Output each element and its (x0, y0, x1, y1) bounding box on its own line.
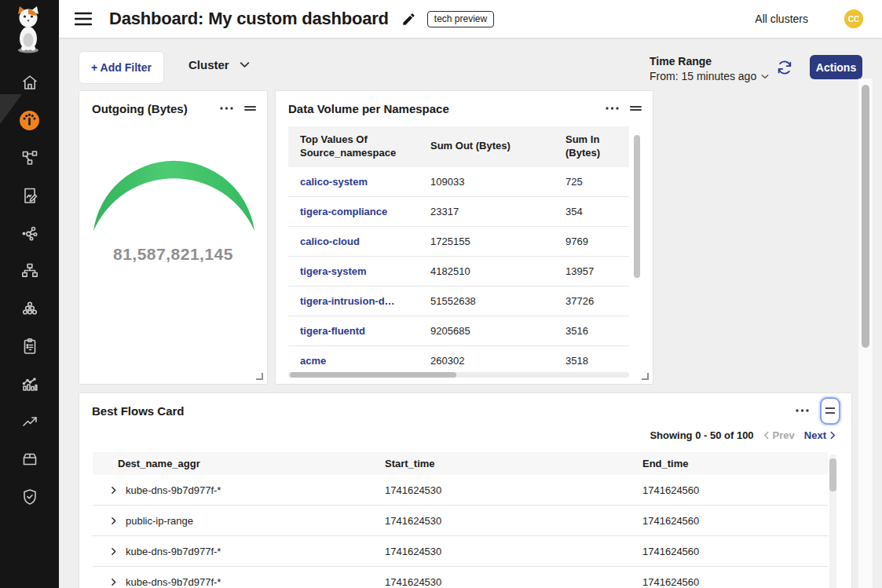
sidebar-item-clusters-icon[interactable] (19, 298, 40, 319)
refresh-button[interactable] (776, 59, 793, 76)
actions-button[interactable]: Actions (810, 55, 862, 79)
user-avatar[interactable]: CC (844, 9, 863, 28)
sidebar-item-statistics-icon[interactable] (19, 374, 40, 394)
gauge-chart (79, 150, 267, 252)
sum-out-cell: 51552638 (423, 286, 558, 316)
sidebar-item-policies-icon[interactable] (19, 185, 40, 206)
end-time-cell: 1741624560 (635, 536, 828, 567)
time-range-value[interactable]: From: 15 minutes ago (650, 70, 769, 82)
drag-handle-icon-focused[interactable] (820, 397, 840, 425)
dest-name-text: kube-dns-9b7d977f-* (126, 546, 221, 557)
best-flows-card: Best Flows Card Showing 0 - 50 of 100 Pr… (79, 393, 852, 588)
namespace-cell: tigera-system (288, 256, 423, 286)
namespace-link[interactable]: tigera-system (300, 265, 367, 277)
prev-page-button[interactable]: Prev (763, 429, 795, 441)
drag-handle-icon[interactable] (630, 104, 642, 112)
card-header: Outgoing (Bytes) (79, 91, 267, 126)
cluster-dropdown[interactable]: Cluster (188, 58, 250, 71)
card-menu-icon[interactable] (220, 107, 233, 110)
sum-in-cell: 13957 (558, 256, 629, 286)
table-row: calico-cloud17251559769 (288, 226, 629, 256)
table-row: acme2603023518 (288, 345, 629, 375)
horizontal-scrollbar[interactable] (288, 372, 629, 378)
dest-name-wrap: public-ip-range (101, 515, 369, 527)
namespace-link[interactable]: tigera-intrusion-d… (300, 295, 395, 307)
next-page-button[interactable]: Next (804, 429, 836, 441)
column-header-0: Dest_name_aggr (93, 452, 377, 475)
end-time-cell: 1741624560 (635, 506, 828, 536)
table-row: tigera-system418251013957 (288, 256, 629, 286)
column-header-0: Top Values Of Source_namespace (288, 126, 423, 167)
card-menu-icon[interactable] (606, 107, 619, 110)
expand-row-chevron-icon[interactable] (108, 516, 119, 526)
sidebar-item-dashboards-icon[interactable] (19, 110, 40, 130)
dest-name-wrap: kube-dns-9b7d977f-* (101, 484, 369, 496)
sum-out-cell: 109033 (423, 167, 558, 197)
sidebar-item-inventory-icon[interactable] (19, 449, 40, 469)
sidebar-item-home-icon[interactable] (19, 72, 40, 93)
sidebar-item-trends-icon[interactable] (19, 411, 40, 432)
namespace-cell: tigera-compliance (288, 196, 423, 226)
vertical-scrollbar[interactable] (634, 130, 640, 376)
expand-row-chevron-icon[interactable] (108, 546, 119, 557)
sidebar-item-compliance-icon[interactable] (19, 336, 40, 356)
expand-row-chevron-icon[interactable] (108, 577, 119, 587)
card-title: Data Volume per Namespace (288, 102, 449, 115)
table-header-row: Top Values Of Source_namespaceSum Out (B… (288, 126, 629, 167)
sidebar-item-threat-feeds-icon[interactable] (19, 223, 40, 243)
dest-name-wrap: kube-dns-9b7d977f-* (101, 576, 369, 588)
table-row: calico-system109033725 (288, 167, 629, 197)
all-clusters-selector[interactable]: All clusters (755, 13, 808, 25)
chevron-down-icon (240, 61, 250, 68)
sum-in-cell: 725 (558, 167, 629, 197)
sum-out-cell: 1725155 (423, 226, 558, 256)
edit-dashboard-icon[interactable] (401, 12, 416, 27)
sidebar-item-network-icon[interactable] (19, 261, 40, 281)
dest-name-cell: kube-dns-9b7d977f-* (93, 536, 377, 567)
card-header: Best Flows Card (79, 393, 851, 428)
outgoing-bytes-card: Outgoing (Bytes) 81,587,821,145 (79, 90, 268, 385)
page-scrollbar[interactable] (858, 79, 873, 588)
cluster-dropdown-label: Cluster (188, 58, 229, 71)
namespace-cell: calico-system (288, 167, 423, 197)
scrollbar-thumb[interactable] (862, 85, 869, 348)
sum-in-cell: 9769 (558, 226, 629, 256)
card-menu-icon[interactable] (796, 409, 809, 412)
sidebar-item-security-icon[interactable] (19, 487, 40, 507)
gauge-value: 81,587,821,145 (79, 245, 267, 264)
resize-handle[interactable] (256, 373, 263, 380)
start-time-cell: 1741624530 (377, 475, 635, 506)
chevron-left-icon (763, 431, 769, 440)
start-time-cell: 1741624530 (377, 536, 635, 567)
card-title: Best Flows Card (92, 404, 185, 418)
namespace-link[interactable]: acme (300, 355, 326, 367)
vertical-scrollbar[interactable] (829, 455, 836, 588)
scrollbar-thumb[interactable] (829, 458, 836, 491)
namespace-link[interactable]: tigera-fluentd (300, 325, 365, 337)
sidebar-item-service-graph-icon[interactable] (19, 148, 40, 168)
sum-in-cell: 3518 (558, 345, 629, 375)
table-row: tigera-intrusion-d…5155263837726 (288, 286, 629, 316)
dest-name-text: public-ip-range (126, 515, 193, 527)
scrollbar-thumb[interactable] (290, 372, 456, 378)
drag-handle-icon[interactable] (244, 104, 256, 112)
table-header-row: Dest_name_aggrStart_timeEnd_time (93, 452, 828, 475)
expand-row-chevron-icon[interactable] (108, 485, 119, 495)
resize-handle[interactable] (642, 373, 649, 380)
scrollbar-thumb[interactable] (634, 135, 640, 278)
namespace-cell: acme (288, 345, 423, 375)
hamburger-menu-icon[interactable] (75, 12, 92, 26)
add-filter-button[interactable]: + Add Filter (79, 51, 164, 84)
sum-in-cell: 354 (558, 196, 629, 226)
namespace-link[interactable]: tigera-compliance (300, 206, 387, 217)
card-title: Outgoing (Bytes) (92, 102, 188, 115)
dest-name-wrap: kube-dns-9b7d977f-* (101, 546, 369, 557)
column-header-2: Sum In (Bytes) (558, 126, 629, 167)
column-header-2: End_time (635, 452, 828, 475)
flows-table: Dest_name_aggrStart_timeEnd_time kube-dn… (93, 452, 828, 588)
namespace-link[interactable]: calico-system (300, 176, 368, 188)
sidebar-nav (0, 72, 59, 507)
namespace-link[interactable]: calico-cloud (300, 236, 360, 247)
column-header-1: Start_time (377, 452, 635, 475)
table-row: tigera-fluentd92056853516 (288, 316, 629, 345)
